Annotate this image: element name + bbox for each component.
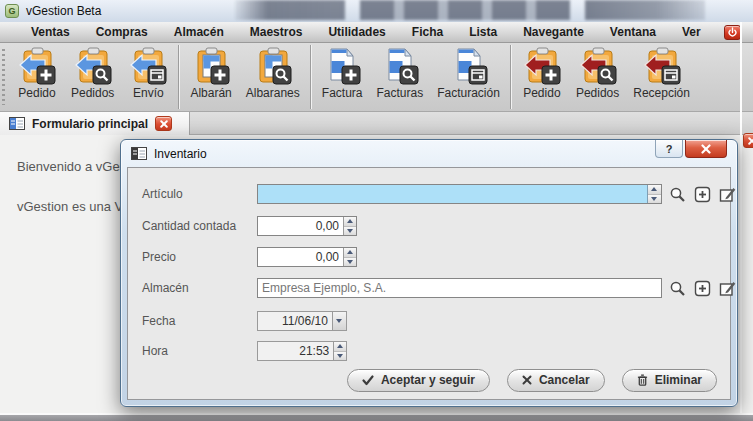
- toolbar-button-recepcion[interactable]: Recepción: [626, 43, 697, 100]
- toolbar-button-pedido-compras[interactable]: Pedido: [515, 43, 569, 100]
- almacen-edit-button[interactable]: [718, 279, 736, 297]
- menu-item-compras[interactable]: Compras: [83, 22, 161, 42]
- spinner-up-button[interactable]: [344, 248, 356, 258]
- welcome-text: Bienvenido a vGes: [17, 159, 126, 174]
- tab-label: Formulario principal: [32, 117, 148, 131]
- spinner-down-button[interactable]: [344, 258, 356, 267]
- fecha-label: Fecha: [142, 311, 175, 331]
- spinner-up-button[interactable]: [334, 342, 346, 352]
- spinner-down-button[interactable]: [344, 227, 356, 236]
- chevron-down-icon: [336, 319, 342, 323]
- accept-and-continue-button[interactable]: Aceptar y seguir: [347, 369, 490, 392]
- toolbar-label: Factura: [322, 86, 363, 100]
- dialog-button-row: Aceptar y seguir Cancelar: [128, 368, 730, 392]
- document-search-icon: [380, 46, 420, 86]
- almacen-label: Almacén: [142, 278, 189, 298]
- search-icon: [669, 280, 686, 297]
- toolbar-label: Recepción: [633, 86, 690, 100]
- x-icon: [522, 375, 532, 385]
- toolbar-label: Albarán: [190, 86, 231, 100]
- power-icon[interactable]: [724, 25, 741, 40]
- menu-item-almacen[interactable]: Almacén: [161, 22, 237, 42]
- spinner-down-button[interactable]: [648, 195, 661, 204]
- spinner-up-button[interactable]: [344, 217, 356, 227]
- articulo-input[interactable]: [258, 185, 647, 203]
- tab-close-button[interactable]: [155, 116, 172, 131]
- delete-button[interactable]: Eliminar: [622, 369, 717, 392]
- articulo-field: [257, 184, 662, 204]
- toolbar-label: Facturas: [376, 86, 423, 100]
- menu-item-ventana[interactable]: Ventana: [597, 22, 669, 42]
- fecha-field: [257, 311, 347, 331]
- almacen-add-button[interactable]: [693, 279, 711, 297]
- application-window: G vGestion Beta Ventas Compras Almacén M…: [0, 0, 753, 421]
- spinner-up-button[interactable]: [648, 185, 661, 195]
- toolbar-grip[interactable]: [2, 49, 5, 105]
- dialog-help-button[interactable]: ?: [655, 140, 683, 158]
- trash-icon: [637, 374, 648, 386]
- welcome-text: vGestion es una V: [17, 199, 123, 214]
- precio-field: [257, 247, 357, 267]
- window-title: vGestion Beta: [26, 0, 101, 22]
- background-window-artifact: [585, 0, 705, 20]
- clipboard-blue-arrow-add-icon: [17, 46, 57, 86]
- toolbar-button-pedidos-ventas[interactable]: Pedidos: [64, 43, 121, 100]
- articulo-add-button[interactable]: [693, 185, 711, 203]
- toolbar-button-factura[interactable]: Factura: [315, 43, 370, 100]
- toolbar-button-facturacion[interactable]: Facturación: [430, 43, 507, 100]
- toolbar-button-pedidos-compras[interactable]: Pedidos: [569, 43, 626, 100]
- search-icon: [669, 186, 686, 203]
- precio-spinner: [343, 248, 356, 266]
- dialog-title: Inventario: [154, 147, 207, 161]
- title-bar: G vGestion Beta: [0, 0, 753, 22]
- cancel-button[interactable]: Cancelar: [507, 369, 605, 392]
- clipboard-red-arrow-add-icon: [522, 46, 562, 86]
- menu-item-navegante[interactable]: Navegante: [510, 22, 597, 42]
- edit-icon: [719, 186, 736, 203]
- dialog-close-button[interactable]: [685, 140, 727, 158]
- menu-item-utilidades[interactable]: Utilidades: [315, 22, 398, 42]
- almacen-search-button[interactable]: [668, 279, 686, 297]
- inventario-dialog: Inventario ? Artículo: [120, 139, 738, 407]
- toolbar-separator: [310, 45, 312, 109]
- menu-item-ventas[interactable]: Ventas: [18, 22, 83, 42]
- clipboard-document-add-icon: [191, 46, 231, 86]
- menu-item-ficha[interactable]: Ficha: [399, 22, 456, 42]
- almacen-input[interactable]: [258, 279, 661, 297]
- almacen-field: [257, 278, 662, 298]
- toolbar-button-albaranes[interactable]: Albaranes: [239, 43, 307, 100]
- toolbar-separator: [178, 45, 180, 109]
- fecha-dropdown-button[interactable]: [332, 312, 346, 330]
- add-icon: [694, 186, 711, 203]
- clipboard-red-arrow-window-icon: [642, 46, 682, 86]
- tab-formulario-principal[interactable]: Formulario principal: [0, 112, 190, 135]
- articulo-edit-button[interactable]: [718, 185, 736, 203]
- dialog-title-bar[interactable]: Inventario: [121, 140, 737, 167]
- document-window-icon: [449, 46, 489, 86]
- hora-input[interactable]: [258, 342, 333, 360]
- menu-item-maestros[interactable]: Maestros: [237, 22, 316, 42]
- toolbar-label: Pedidos: [576, 86, 619, 100]
- menu-item-ver[interactable]: Ver: [669, 22, 714, 42]
- toolbar-label: Envío: [133, 86, 164, 100]
- toolbar-button-facturas[interactable]: Facturas: [369, 43, 430, 100]
- fecha-input[interactable]: [258, 312, 332, 330]
- menu-item-lista[interactable]: Lista: [456, 22, 510, 42]
- form-icon: [9, 117, 25, 130]
- toolbar-separator: [510, 45, 512, 109]
- cantidad-input[interactable]: [258, 217, 343, 235]
- add-icon: [694, 280, 711, 297]
- cantidad-field: [257, 216, 357, 236]
- app-icon: G: [5, 4, 19, 18]
- toolbar-button-envio[interactable]: Envío: [121, 43, 175, 100]
- toolbar-button-pedido-ventas[interactable]: Pedido: [10, 43, 64, 100]
- background-tab-close-artifact: [743, 133, 753, 148]
- articulo-search-button[interactable]: [668, 185, 686, 203]
- toolbar-label: Albaranes: [246, 86, 300, 100]
- toolbar-button-albaran[interactable]: Albarán: [183, 43, 238, 100]
- clipboard-blue-arrow-window-icon: [128, 46, 168, 86]
- toolbar-label: Pedido: [523, 86, 560, 100]
- precio-input[interactable]: [258, 248, 343, 266]
- form-icon: [131, 147, 147, 160]
- spinner-down-button[interactable]: [334, 352, 346, 361]
